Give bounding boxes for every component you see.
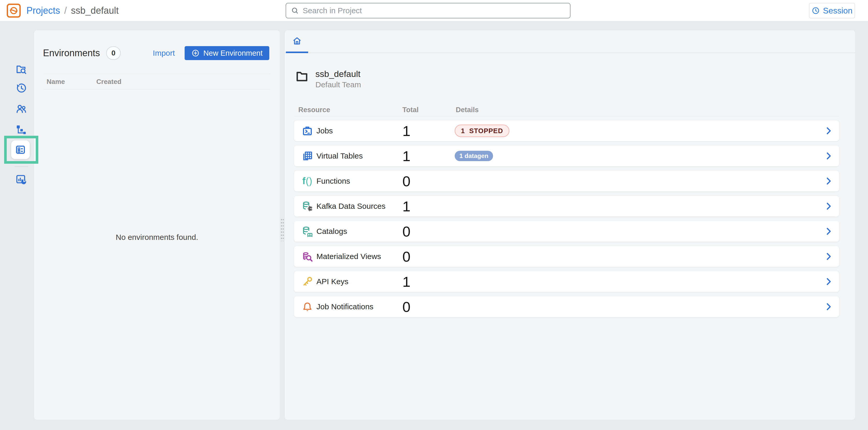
resource-label: Materialized Views xyxy=(316,252,381,261)
flow-icon xyxy=(15,124,27,136)
top-header: Projects / ssb_default Session xyxy=(0,0,868,21)
folder-search-icon xyxy=(15,63,27,75)
resource-total: 1 xyxy=(402,198,410,215)
project-team: Default Team xyxy=(315,80,361,90)
rail-divider xyxy=(14,166,28,167)
column-resource: Resource xyxy=(298,106,330,114)
virtual-tables-icon xyxy=(302,150,313,162)
breadcrumb-projects-link[interactable]: Projects xyxy=(26,5,60,16)
resource-total: 0 xyxy=(402,299,410,315)
folder-icon xyxy=(295,68,309,90)
resource-label: Kafka Data Sources xyxy=(316,202,385,211)
resource-total: 0 xyxy=(402,248,410,265)
resource-label: Catalogs xyxy=(316,227,347,236)
clock-icon xyxy=(811,6,820,15)
sidebar-item-project-explorer[interactable] xyxy=(15,63,27,75)
resource-total: 1 xyxy=(402,148,410,164)
functions-icon: f() xyxy=(302,175,313,187)
resource-row-virtual-tables[interactable]: Virtual Tables 1 1 datagen xyxy=(294,146,839,166)
chevron-right-icon[interactable] xyxy=(824,151,833,161)
kafka-data-source-icon xyxy=(302,200,313,212)
status-badge-datagen: 1 datagen xyxy=(455,151,493,161)
users-icon xyxy=(15,103,27,115)
resource-label: Job Notifications xyxy=(316,302,373,311)
chevron-right-icon[interactable] xyxy=(824,252,833,261)
resource-row-job-notifications[interactable]: Job Notifications 0 xyxy=(294,296,839,317)
sidebar-item-environments[interactable] xyxy=(11,141,30,159)
resource-total: 1 xyxy=(402,273,410,290)
session-button[interactable]: Session xyxy=(809,3,855,19)
search-icon xyxy=(291,6,299,15)
breadcrumb-current: ssb_default xyxy=(71,5,119,16)
column-total: Total xyxy=(402,106,419,114)
search-input[interactable] xyxy=(303,6,565,15)
resource-label: API Keys xyxy=(316,277,348,286)
resource-total: 0 xyxy=(402,173,410,190)
resource-label: Functions xyxy=(316,177,350,185)
tab-home[interactable] xyxy=(286,30,308,53)
column-details: Details xyxy=(456,106,479,114)
chevron-right-icon[interactable] xyxy=(824,227,833,236)
resource-row-kafka-data-sources[interactable]: Kafka Data Sources 1 xyxy=(294,196,839,217)
chevron-right-icon[interactable] xyxy=(824,277,833,286)
new-environment-button[interactable]: New Environment xyxy=(185,46,269,60)
resource-row-jobs[interactable]: Jobs 1 1 STOPPED xyxy=(294,120,839,141)
jobs-icon xyxy=(302,125,313,137)
session-button-label: Session xyxy=(823,6,852,16)
import-link[interactable]: Import xyxy=(153,49,175,58)
project-tabbar xyxy=(285,30,855,53)
resource-total: 0 xyxy=(402,223,410,240)
api-key-icon xyxy=(302,276,313,287)
environments-count-badge: 0 xyxy=(106,47,121,60)
sidebar-item-history[interactable] xyxy=(15,82,27,94)
resource-list: Jobs 1 1 STOPPED Virtual Tables 1 1 data… xyxy=(294,120,839,321)
column-name: Name xyxy=(43,78,96,86)
environments-icon xyxy=(15,144,26,155)
resource-row-functions[interactable]: f() Functions 0 xyxy=(294,171,839,191)
breadcrumb: Projects / ssb_default xyxy=(26,0,119,21)
resource-row-api-keys[interactable]: API Keys 1 xyxy=(294,271,839,292)
home-icon xyxy=(292,36,302,46)
sidebar-item-job-flow[interactable] xyxy=(15,124,27,136)
chevron-right-icon[interactable] xyxy=(824,176,833,186)
resource-label: Virtual Tables xyxy=(316,152,363,160)
project-name: ssb_default xyxy=(315,68,361,80)
resource-total: 1 xyxy=(402,123,410,140)
sidebar-item-monitoring[interactable] xyxy=(15,174,27,185)
chevron-right-icon[interactable] xyxy=(824,302,833,311)
splitter-grip-icon[interactable] xyxy=(281,219,284,241)
status-badge-stopped: 1 STOPPED xyxy=(455,125,509,137)
resource-row-materialized-views[interactable]: Materialized Views 0 xyxy=(294,246,839,267)
bell-icon xyxy=(302,301,313,313)
environments-title: Environments xyxy=(43,48,100,59)
sidebar-item-teams[interactable] xyxy=(15,103,27,115)
left-icon-rail xyxy=(0,21,34,430)
app-logo-icon[interactable] xyxy=(7,4,21,18)
environments-table-header: Name Created xyxy=(43,74,270,89)
materialized-views-icon xyxy=(302,250,313,263)
project-home-panel: ssb_default Default Team Resource Total … xyxy=(285,30,855,420)
plus-circle-icon xyxy=(191,49,200,57)
chevron-right-icon[interactable] xyxy=(824,202,833,211)
resource-table-header: Resource Total Details xyxy=(294,104,839,116)
history-icon xyxy=(15,82,27,94)
panel-splitter[interactable] xyxy=(280,30,285,420)
environments-empty-message: No environments found. xyxy=(34,233,280,242)
environments-panel: Environments 0 Import New Environment Na… xyxy=(34,30,280,420)
project-search[interactable] xyxy=(286,3,570,19)
chart-pie-icon xyxy=(15,174,27,185)
chevron-right-icon[interactable] xyxy=(824,126,833,135)
resource-row-catalogs[interactable]: Catalogs 0 xyxy=(294,221,839,242)
breadcrumb-separator: / xyxy=(64,5,67,16)
new-environment-label: New Environment xyxy=(203,49,262,58)
resource-label: Jobs xyxy=(316,126,333,135)
column-created: Created xyxy=(96,78,121,86)
catalogs-icon xyxy=(302,225,313,237)
